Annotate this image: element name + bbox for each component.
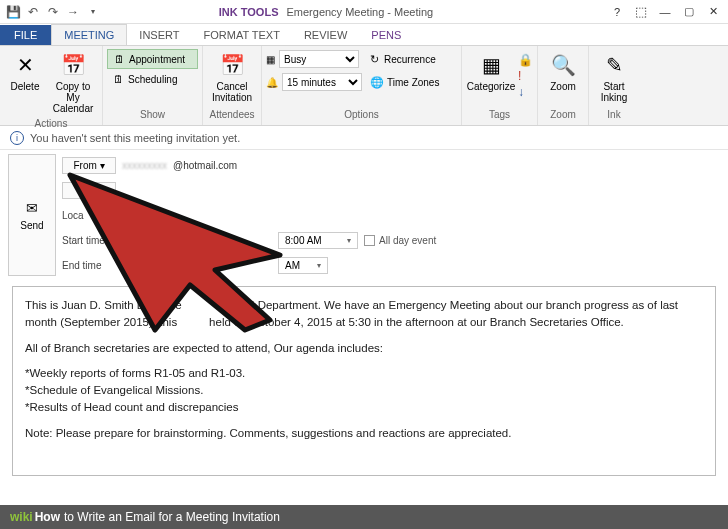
ink-group-label: Ink [593,107,635,122]
time-zones-button[interactable]: 🌐Time Zones [366,72,443,92]
window-title: INK TOOLS Emergency Meeting - Meeting [106,6,546,18]
appointment-icon: 🗓 [112,52,126,66]
scheduling-icon: 🗓 [111,72,125,86]
reminder-icon: 🔔 [266,77,278,88]
checkbox-icon [364,235,375,246]
wikihow-caption: wikiHow to Write an Email for a Meeting … [0,505,728,529]
categorize-button[interactable]: ▦ Categorize [466,49,516,94]
options-group-label: Options [266,107,457,122]
scheduling-button[interactable]: 🗓 Scheduling [107,69,198,89]
location-label: Loca [62,210,116,221]
send-button[interactable]: ✉ Send [8,154,56,276]
recurrence-icon: ↻ [367,52,381,66]
ribbon-tabs: FILE MEETING INSERT FORMAT TEXT REVIEW P… [0,24,728,46]
delete-button[interactable]: ✕ Delete [4,49,46,94]
ribbon-display-icon[interactable]: ⬚ [630,1,652,23]
actions-group-label: Actions [4,116,98,131]
meeting-tab[interactable]: MEETING [51,24,127,45]
globe-icon: 🌐 [370,75,384,89]
zoom-icon: 🔍 [549,51,577,79]
start-time-select[interactable]: 8:00 AM [278,232,358,249]
tags-group-label: Tags [466,107,533,122]
document-title: Emergency Meeting - Meeting [286,6,433,18]
info-icon: i [10,131,24,145]
show-as-icon: ▦ [266,54,275,65]
show-group-label: Show [107,107,198,122]
start-time-label: Start time [62,235,116,246]
actions-group: ✕ Delete 📅 Copy to My Calendar Actions [0,46,103,125]
private-icon[interactable]: 🔒 [518,53,533,67]
show-as-select[interactable]: Busy [279,50,359,68]
body-paragraph: All of Branch secretaries are expected t… [25,340,703,357]
delete-icon: ✕ [11,51,39,79]
all-day-checkbox[interactable]: All day event [364,235,436,246]
maximize-icon[interactable]: ▢ [678,1,700,23]
zoom-group: 🔍 Zoom Zoom [538,46,589,125]
categorize-icon: ▦ [477,51,505,79]
how-logo-text: How [35,510,60,524]
review-tab[interactable]: REVIEW [292,25,359,45]
body-paragraph: This is Juan D. Smith Local Sexxxxxxof K… [25,297,703,332]
reminder-select[interactable]: 15 minutes [282,73,362,91]
high-importance-icon[interactable]: ! [518,69,533,83]
pens-tab[interactable]: PENS [359,25,413,45]
caption-text: to Write an Email for a Meeting Invitati… [64,510,280,524]
info-bar: i You haven't sent this meeting invitati… [0,126,728,150]
end-time-select[interactable]: AM [278,257,328,274]
minimize-icon[interactable]: — [654,1,676,23]
zoom-group-label: Zoom [542,107,584,122]
quick-access-toolbar: 💾 ↶ ↷ → ▾ [0,3,106,21]
ink-group: ✎ Start Inking Ink [589,46,639,125]
insert-tab[interactable]: INSERT [127,25,191,45]
start-inking-button[interactable]: ✎ Start Inking [593,49,635,105]
from-value: xxxxxxxxx [122,160,167,171]
wiki-logo-text: wiki [10,510,33,524]
recurrence-button[interactable]: ↻Recurrence [363,49,440,69]
cancel-icon: 📅 [218,51,246,79]
from-button[interactable]: From ▾ [62,157,116,174]
to-button[interactable]: . [62,182,116,199]
calendar-copy-icon: 📅 [59,51,87,79]
zoom-button[interactable]: 🔍 Zoom [542,49,584,94]
format-text-tab[interactable]: FORMAT TEXT [192,25,292,45]
message-body[interactable]: This is Juan D. Smith Local Sexxxxxxof K… [12,286,716,476]
redo-icon[interactable]: ↷ [44,3,62,21]
attendees-group: 📅 Cancel Invitation Attendees [203,46,262,125]
body-paragraph: Note: Please prepare for brainstorming. … [25,425,703,442]
save-icon[interactable]: 💾 [4,3,22,21]
options-group: ▦ Busy ↻Recurrence 🔔 15 minutes 🌐Time Zo… [262,46,462,125]
body-paragraph: *Weekly reports of forms R1-05 and R1-03… [25,365,703,417]
compose-header: ✉ Send From ▾ xxxxxxxxx@hotmail.com . Lo… [0,150,728,280]
ribbon: ✕ Delete 📅 Copy to My Calendar Actions 🗓… [0,46,728,126]
show-group: 🗓 Appointment 🗓 Scheduling Show [103,46,203,125]
end-time-label: End time [62,260,116,271]
tags-group: ▦ Categorize 🔒 ! ↓ Tags [462,46,538,125]
close-icon[interactable]: ✕ [702,1,724,23]
title-bar: 💾 ↶ ↷ → ▾ INK TOOLS Emergency Meeting - … [0,0,728,24]
forward-icon[interactable]: → [64,3,82,21]
undo-icon[interactable]: ↶ [24,3,42,21]
send-icon: ✉ [26,200,38,216]
low-importance-icon[interactable]: ↓ [518,85,533,99]
help-icon[interactable]: ? [606,1,628,23]
qat-more-icon[interactable]: ▾ [84,3,102,21]
cancel-invitation-button[interactable]: 📅 Cancel Invitation [207,49,257,105]
file-tab[interactable]: FILE [0,25,51,45]
info-text: You haven't sent this meeting invitation… [30,132,240,144]
ink-tools-label: INK TOOLS [219,6,279,18]
pen-icon: ✎ [600,51,628,79]
attendees-group-label: Attendees [207,107,257,122]
appointment-button[interactable]: 🗓 Appointment [107,49,198,69]
window-controls: ? ⬚ — ▢ ✕ [606,1,728,23]
copy-to-calendar-button[interactable]: 📅 Copy to My Calendar [48,49,98,116]
